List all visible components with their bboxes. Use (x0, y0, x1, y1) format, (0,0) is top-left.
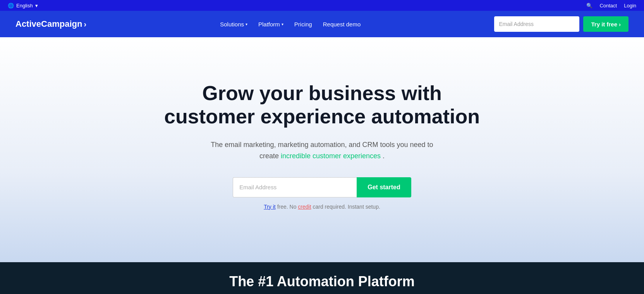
bottom-title-text: The #1 Automation Platform (229, 273, 415, 289)
nav-solutions[interactable]: Solutions ▾ (220, 21, 247, 28)
globe-icon: 🌐 (8, 3, 14, 9)
login-link[interactable]: Login (624, 3, 636, 9)
hero-note-link1[interactable]: Try it (264, 204, 276, 210)
nav-platform[interactable]: Platform ▾ (258, 21, 283, 28)
language-label: English (16, 3, 33, 9)
hero-note-link2[interactable]: credit (298, 204, 311, 210)
hero-note-static1: free. No (277, 204, 297, 210)
language-chevron: ▾ (35, 3, 38, 9)
nav-links: Solutions ▾ Platform ▾ Pricing Request d… (220, 21, 361, 28)
hero-subtitle: The email marketing, marketing automatio… (202, 139, 442, 162)
logo-text: ActiveCampaign (15, 19, 82, 29)
try-it-free-button[interactable]: Try it free › (583, 16, 629, 32)
hero-email-input[interactable] (233, 177, 357, 197)
top-bar-right: 🔍 Contact Login (586, 3, 636, 9)
nav-request-demo[interactable]: Request demo (323, 21, 361, 28)
top-bar: 🌐 English ▾ 🔍 Contact Login (0, 0, 644, 11)
search-icon[interactable]: 🔍 (586, 3, 592, 9)
hero-subtitle-text2: . (383, 152, 385, 160)
language-selector[interactable]: 🌐 English ▾ (8, 3, 38, 9)
main-nav: ActiveCampaign › Solutions ▾ Platform ▾ … (0, 11, 644, 37)
hero-title: Grow your business with customer experie… (163, 82, 481, 128)
bottom-section: The #1 Automation Platform (0, 262, 644, 294)
contact-link[interactable]: Contact (599, 3, 617, 9)
logo-arrow: › (84, 20, 86, 29)
nav-pricing[interactable]: Pricing (294, 21, 312, 28)
solutions-chevron: ▾ (246, 22, 247, 26)
nav-email-input[interactable] (494, 16, 579, 32)
hero-note: Try it free. No credit card required. In… (264, 204, 380, 210)
hero-subtitle-highlight: incredible customer experiences (281, 152, 381, 160)
platform-chevron: ▾ (282, 22, 283, 26)
hero-note-text2: card required. Instant setup. (313, 204, 380, 210)
get-started-button[interactable]: Get started (357, 177, 411, 197)
hero-form: Get started (233, 177, 411, 197)
nav-right: Try it free › (494, 16, 629, 32)
hero-section: Grow your business with customer experie… (0, 37, 644, 262)
bottom-title: The #1 Automation Platform (229, 273, 415, 290)
logo[interactable]: ActiveCampaign › (15, 19, 86, 29)
